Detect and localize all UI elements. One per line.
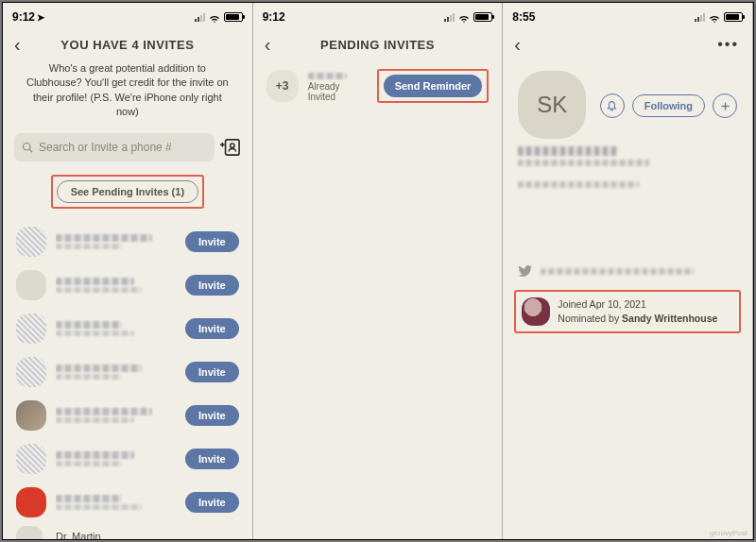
battery-icon [224,12,243,22]
battery-icon [724,12,743,22]
status-time: 9:12 [12,10,35,24]
see-pending-invites-button[interactable]: See Pending Invites (1) [57,180,198,203]
invite-button[interactable]: Invite [185,362,239,382]
invite-button[interactable]: Invite [185,275,239,296]
profile-name-blurred [518,146,616,156]
send-reminder-button[interactable]: Send Reminder [384,75,483,97]
subtitle-text: Who's a great potential addition to Club… [3,61,252,133]
profile-stats-blurred [518,181,638,188]
contact-row: Dr. Martin [3,524,252,539]
nav-bar: ‹ YOU HAVE 4 INVITES [3,27,252,61]
contact-row: Invite [3,481,252,524]
search-input[interactable]: Search or Invite a phone # [14,133,215,161]
search-placeholder: Search or Invite a phone # [39,141,172,154]
invite-button[interactable]: Invite [185,492,239,513]
invite-button[interactable]: Invite [185,449,239,469]
avatar-badge: +3 [266,70,299,102]
notification-bell-button[interactable] [600,93,625,118]
wifi-icon [709,13,720,22]
status-bar: 9:12 ➤ [3,3,252,27]
contact-row: Invite [3,394,252,437]
nav-bar: ‹ ••• [503,27,752,61]
add-contact-icon[interactable] [220,137,241,158]
status-time: 8:55 [512,10,535,24]
highlight-pending: See Pending Invites (1) [51,175,204,209]
location-icon: ➤ [37,12,44,23]
status-time: 9:12 [263,10,285,24]
invite-button[interactable]: Invite [185,405,239,426]
pending-invites-screen: 9:12 ‹ PENDING INVITES +3 Already Invite… [253,3,504,539]
nav-bar: ‹ PENDING INVITES [253,27,503,61]
profile-username-blurred [518,160,649,166]
avatar [16,357,46,387]
highlight-nominated: Joined Apr 10, 2021 Nominated by Sandy W… [514,290,741,333]
wifi-icon [209,13,220,22]
svg-line-1 [29,149,32,152]
avatar [16,444,46,474]
social-handle-blurred [541,268,694,275]
invite-button[interactable]: Invite [185,231,239,252]
social-row [503,258,752,284]
avatar [16,313,46,344]
contact-row: Invite [3,437,252,481]
following-button[interactable]: Following [632,94,705,117]
already-invited-label: Already Invited [308,81,368,102]
status-bar: 9:12 [253,3,503,27]
avatar [16,526,43,539]
contact-row: Invite [3,350,252,394]
search-icon [22,142,33,153]
svg-point-3 [230,144,233,147]
contact-row: Invite [3,263,252,307]
more-icon[interactable]: ••• [717,36,739,53]
signal-icon [695,13,705,22]
invite-button[interactable]: Invite [185,318,239,339]
nominator-avatar [522,297,550,326]
twitter-icon [518,263,533,279]
highlight-reminder: Send Reminder [377,69,490,103]
avatar [16,270,46,300]
avatar [16,400,46,431]
page-title: PENDING INVITES [253,38,503,52]
avatar [16,487,46,517]
pending-contact-row: +3 Already Invited Send Reminder [253,61,503,110]
nominated-by: Nominated by Sandy Writtenhouse [558,312,717,326]
signal-icon [444,13,455,22]
add-button[interactable] [713,93,737,118]
back-icon[interactable]: ‹ [514,34,533,56]
wifi-icon [458,13,470,22]
page-title: YOU HAVE 4 INVITES [3,38,252,52]
signal-icon [195,13,205,22]
joined-date: Joined Apr 10, 2021 [558,297,717,312]
status-bar: 8:55 [503,3,752,27]
invites-screen: 9:12 ➤ ‹ YOU HAVE 4 INVITES Who's a grea… [3,3,253,539]
avatar [16,227,46,257]
battery-icon [473,12,492,22]
contact-name: Dr. Martin [52,531,101,539]
contact-row: Invite [3,220,252,263]
watermark: groovyPost [710,529,747,537]
svg-point-0 [24,143,31,150]
profile-screen: 8:55 ‹ ••• SK Following [503,3,753,539]
contact-row: Invite [3,307,252,350]
